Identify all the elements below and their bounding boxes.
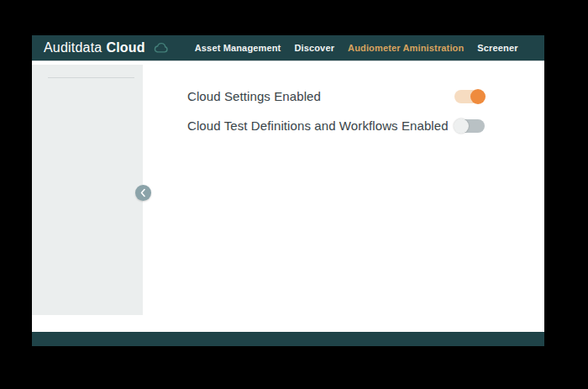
screen-background: Auditdata Cloud Asset Management Discove… bbox=[0, 0, 588, 389]
nav-item-asset-management[interactable]: Asset Management bbox=[195, 43, 281, 53]
cloud-settings-toggle[interactable] bbox=[454, 90, 485, 103]
chevron-left-icon bbox=[135, 185, 151, 201]
content-area: Cloud Settings Enabled Cloud Test Defini… bbox=[32, 61, 544, 332]
settings-panel: Cloud Settings Enabled Cloud Test Defini… bbox=[187, 89, 485, 148]
sidebar bbox=[32, 65, 143, 315]
top-nav-bar: Auditdata Cloud Asset Management Discove… bbox=[32, 35, 544, 61]
brand-logo[interactable]: Auditdata Cloud bbox=[44, 40, 170, 55]
setting-label: Cloud Settings Enabled bbox=[187, 89, 321, 103]
toggle-knob bbox=[470, 89, 486, 104]
main-nav: Asset Management Discover Audiometer Ami… bbox=[195, 43, 518, 53]
sidebar-divider bbox=[48, 77, 134, 78]
setting-row: Cloud Test Definitions and Workflows Ena… bbox=[187, 118, 485, 133]
setting-row: Cloud Settings Enabled bbox=[187, 89, 485, 103]
nav-item-discover[interactable]: Discover bbox=[294, 43, 334, 53]
app-window: Auditdata Cloud Asset Management Discove… bbox=[32, 35, 544, 346]
cloud-icon bbox=[152, 42, 170, 54]
brand-product: Cloud bbox=[106, 40, 144, 55]
brand-name: Auditdata bbox=[44, 40, 102, 55]
toggle-knob bbox=[454, 118, 469, 134]
cloud-test-definitions-toggle[interactable] bbox=[454, 119, 485, 133]
nav-item-audiometer-aministration[interactable]: Audiometer Aministration bbox=[348, 43, 464, 53]
setting-label: Cloud Test Definitions and Workflows Ena… bbox=[187, 118, 449, 133]
sidebar-collapse-button[interactable] bbox=[135, 185, 151, 201]
footer-bar bbox=[32, 332, 544, 346]
nav-item-screener[interactable]: Screener bbox=[477, 43, 517, 53]
